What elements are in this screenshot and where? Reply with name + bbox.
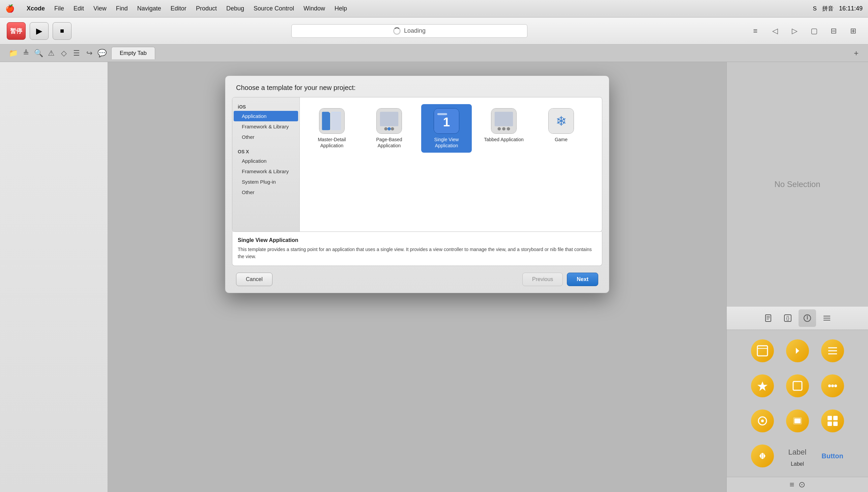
component-item-8[interactable] [782,405,813,436]
component-icon-7 [751,410,774,432]
search-icon-button[interactable]: 🔍 [33,46,44,61]
menu-find[interactable]: Find [116,5,128,12]
inspector-icons-bar: {} [727,307,868,330]
right-bottom-bar: ≡ ⊙ [727,477,868,492]
svg-rect-1 [322,112,329,130]
list-view-button[interactable]: ≡ [747,23,764,39]
bottom-icon-1[interactable]: ≡ [790,480,794,489]
pause-button[interactable]: 暂停 [7,22,26,40]
master-detail-icon [319,108,345,134]
component-icon-5 [786,374,809,397]
template-game[interactable]: ❄ Game [536,104,586,153]
component-item-3[interactable] [817,335,848,366]
apple-menu-icon[interactable]: 🍎 [5,4,15,13]
svg-text:❄: ❄ [556,114,567,128]
menu-editor[interactable]: Editor [171,5,186,12]
split-pane-button[interactable]: ⊟ [825,23,842,39]
comment-icon-button[interactable]: 💬 [97,46,108,61]
new-project-dialog: Choose a template for your new project: … [225,75,609,293]
quick-help-button[interactable]: {} [779,309,797,327]
identity-inspector-button[interactable] [799,309,816,327]
list-icon-button[interactable]: ☰ [71,46,82,61]
svg-rect-45 [827,416,832,420]
svg-rect-47 [827,422,832,426]
cat-ios-other[interactable]: Other [232,132,300,142]
component-item-6[interactable] [817,370,848,401]
input-method-icon: S [813,5,817,12]
component-item-7[interactable] [747,405,778,436]
source-icon-button[interactable]: ≜ [21,46,32,61]
menu-view[interactable]: View [93,5,107,12]
component-item-9[interactable] [817,405,848,436]
empty-tab[interactable]: Empty Tab [111,47,155,59]
main-layout: Choose a template for your new project: … [0,62,868,492]
template-page-based[interactable]: Page-Based Application [364,104,415,153]
dialog-description: Single View Application This template pr… [232,232,602,266]
cat-osx-framework[interactable]: Framework & Library [232,166,300,177]
right-top-area: No Selection [727,62,868,307]
menu-source-control[interactable]: Source Control [254,5,294,12]
stop-button[interactable]: ■ [53,22,71,40]
dialog-title: Choose a template for your new project: [236,84,598,92]
cat-ios-application[interactable]: Application [234,111,298,121]
component-item-4[interactable] [747,370,778,401]
svg-point-39 [831,385,834,387]
component-label[interactable]: Label Label [782,440,813,471]
ios-section-label: iOS [232,101,300,111]
svg-point-15 [507,127,510,131]
right-panel: No Selection {} [726,62,868,492]
previous-button[interactable]: Previous [522,273,563,286]
menu-file[interactable]: File [54,5,64,12]
menu-debug[interactable]: Debug [226,5,244,12]
assistant-button[interactable]: ⊞ [845,23,861,39]
cancel-button[interactable]: Cancel [236,273,273,286]
cat-ios-framework[interactable]: Framework & Library [232,121,300,132]
center-content: Choose a template for your new project: … [108,62,726,492]
bottom-icon-2[interactable]: ⊙ [799,480,805,489]
template-single-view[interactable]: 1 Single View Application [421,104,472,153]
single-view-label: Single View Application [425,137,468,149]
play-icon: ▶ [36,26,42,36]
component-item-1[interactable] [747,335,778,366]
svg-point-7 [391,127,394,131]
category-sidebar: iOS Application Framework & Library Othe… [232,97,300,231]
component-item-2[interactable] [782,335,813,366]
cat-osx-plugin[interactable]: System Plug-in [232,177,300,187]
template-master-detail[interactable]: Master-Detail Application [307,104,357,153]
cat-osx-other[interactable]: Other [232,187,300,197]
folder-icon-button[interactable]: 📁 [8,46,19,61]
warning-icon-button[interactable]: ⚠ [46,46,57,61]
menu-navigate[interactable]: Navigate [137,5,161,12]
arrow-icon-button[interactable]: ↪ [84,46,95,61]
next-button[interactable]: Next [567,273,598,286]
svg-point-14 [502,127,506,131]
file-inspector-button[interactable] [759,309,777,327]
template-tabbed[interactable]: Tabbed Application [478,104,529,153]
single-pane-button[interactable]: ▢ [806,23,822,39]
menu-help[interactable]: Help [334,5,347,12]
components-grid: Label Label Button [727,330,868,477]
label-component-text: Label [789,448,806,457]
forward-icon[interactable]: ▷ [787,23,803,39]
back-icon[interactable]: ◁ [767,23,783,39]
menu-product[interactable]: Product [196,5,217,12]
menu-xcode[interactable]: Xcode [27,5,45,12]
component-button[interactable]: Button [817,440,848,471]
no-selection-label: No Selection [774,180,820,189]
cat-osx-application[interactable]: Application [232,156,300,166]
play-button[interactable]: ▶ [30,22,49,40]
attributes-inspector-button[interactable] [818,309,836,327]
add-tab-button[interactable]: + [850,47,863,59]
diamond-icon-button[interactable]: ◇ [59,46,69,61]
toolbar-view-controls: ≡ ◁ ▷ ▢ ⊟ ⊞ [747,23,861,39]
single-view-icon: 1 [434,108,459,134]
component-item-10[interactable] [747,440,778,471]
component-item-5[interactable] [782,370,813,401]
menu-window[interactable]: Window [304,5,325,12]
svg-point-38 [828,385,831,387]
input-method-label: 拼音 [822,5,834,13]
component-icon-1 [751,339,774,362]
menu-edit[interactable]: Edit [73,5,84,12]
component-icon-9 [821,410,844,432]
toolbar: 暂停 ▶ ■ Loading ≡ ◁ ▷ ▢ ⊟ ⊞ [0,18,868,45]
